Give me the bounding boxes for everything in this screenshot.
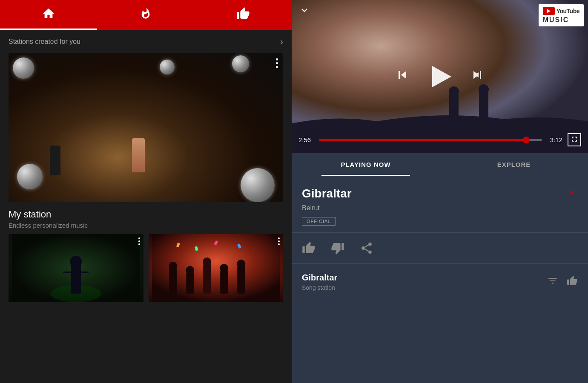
queue-equalizer-button[interactable]: [547, 275, 558, 289]
svg-point-15: [237, 260, 245, 268]
main-station-card[interactable]: My station Endless personalized music: [9, 53, 283, 234]
svg-rect-2: [71, 264, 81, 294]
station-info: My station Endless personalized music: [9, 202, 283, 234]
like-button[interactable]: [302, 241, 316, 255]
play-button[interactable]: [427, 64, 453, 89]
menu-dot: [276, 66, 278, 68]
song-artist: Beirut: [302, 204, 578, 212]
disco-ball-decoration: [13, 57, 34, 79]
youtube-play-icon: [547, 9, 551, 13]
station-subtitle: Endless personalized music: [9, 222, 283, 229]
chevron-down-button[interactable]: [298, 4, 310, 19]
guitarist-figure: [50, 146, 60, 175]
left-panel: Stations created for you › My stat: [0, 0, 292, 383]
svg-rect-14: [237, 266, 245, 294]
next-button[interactable]: [470, 67, 485, 86]
svg-point-13: [220, 264, 228, 272]
queue-item: Gibraltar Song station: [292, 264, 588, 300]
right-panel: YouTube MuSiC 2:56: [292, 0, 588, 383]
stations-header[interactable]: Stations created for you ›: [0, 30, 292, 53]
thumb-2-menu[interactable]: [278, 237, 280, 245]
thumbnails-row: [9, 234, 283, 302]
thumb-menu-dot: [278, 243, 280, 245]
progress-thumb: [523, 137, 530, 143]
thumbnail-card-2[interactable]: [149, 234, 284, 302]
nav-home[interactable]: [0, 0, 97, 30]
total-time: 3:12: [547, 136, 562, 143]
share-button[interactable]: [360, 241, 373, 255]
current-time: 2:56: [298, 136, 314, 143]
svg-point-7: [169, 262, 177, 270]
queue-song-title: Gibraltar: [302, 273, 337, 283]
fullscreen-button[interactable]: [568, 133, 581, 146]
thumbs-up-nav-icon: [236, 7, 250, 23]
song-dropdown-button[interactable]: [566, 186, 578, 201]
song-actions: [292, 233, 588, 264]
queue-like-button[interactable]: [567, 275, 578, 289]
thumbnail-image-2: [149, 234, 284, 302]
svg-rect-8: [186, 272, 194, 294]
stations-chevron[interactable]: ›: [280, 37, 283, 46]
svg-rect-4: [63, 272, 89, 273]
disco-ball-decoration: [232, 55, 249, 72]
youtube-music-logo: YouTube MuSiC: [539, 4, 584, 26]
menu-dot: [276, 58, 278, 60]
svg-rect-6: [169, 268, 177, 294]
thumb-1-menu[interactable]: [138, 237, 140, 245]
nav-trending[interactable]: [97, 0, 194, 30]
song-title-row: Gibraltar: [302, 186, 578, 201]
playback-controls: [395, 64, 485, 89]
thumb-menu-dot: [138, 243, 140, 245]
thumbnail-card-1[interactable]: [9, 234, 143, 302]
time-row: 2:56 3:12: [298, 133, 581, 146]
prev-button[interactable]: [395, 67, 410, 86]
song-info-area: Gibraltar Beirut OFFICIAL: [292, 176, 588, 233]
progress-area: 2:56 3:12: [292, 133, 588, 153]
play-triangle-icon: [432, 66, 451, 87]
tab-playing-now[interactable]: PLAYING NOW: [292, 153, 440, 176]
queue-song-info: Gibraltar Song station: [302, 273, 337, 291]
disco-ball-decoration: [160, 60, 175, 74]
player-video: YouTube MuSiC 2:56: [292, 0, 588, 153]
top-nav: [0, 0, 292, 30]
thumb-menu-dot: [278, 237, 280, 239]
queue-actions: [547, 275, 578, 289]
thumb-menu-dot: [278, 240, 280, 242]
tabs-bar: PLAYING NOW EXPLORE: [292, 153, 588, 176]
disco-ball-decoration: [241, 168, 275, 202]
main-station-image: [9, 53, 283, 202]
svg-rect-10: [203, 264, 211, 294]
svg-point-9: [186, 266, 194, 274]
youtube-icon: [543, 7, 555, 15]
nav-liked[interactable]: [195, 0, 292, 30]
performer-figure: [132, 138, 145, 172]
youtube-text: YouTube: [556, 8, 579, 14]
thumbnail-image-1: [9, 234, 143, 302]
official-badge: OFFICIAL: [302, 217, 336, 226]
thumb-menu-dot: [138, 240, 140, 242]
progress-bar[interactable]: [319, 139, 542, 141]
dislike-button[interactable]: [331, 241, 344, 255]
station-title: My station: [9, 209, 283, 220]
progress-fill: [319, 139, 526, 141]
music-text: MuSiC: [543, 16, 579, 24]
home-icon: [42, 7, 55, 23]
tab-explore-label: EXPLORE: [497, 161, 531, 168]
svg-point-3: [70, 256, 82, 268]
song-title: Gibraltar: [302, 187, 352, 200]
svg-point-11: [203, 257, 211, 266]
thumb-menu-dot: [138, 237, 140, 239]
tab-explore[interactable]: EXPLORE: [440, 153, 588, 176]
svg-rect-12: [220, 270, 228, 294]
menu-dot: [276, 62, 278, 64]
queue-song-subtitle: Song station: [302, 284, 337, 291]
tab-playing-now-label: PLAYING NOW: [341, 161, 390, 168]
stations-label: Stations created for you: [9, 38, 80, 46]
card-menu-button[interactable]: [276, 58, 278, 68]
disco-ball-decoration: [17, 164, 43, 189]
logo-youtube-row: YouTube: [543, 7, 579, 15]
fire-icon: [140, 7, 152, 23]
